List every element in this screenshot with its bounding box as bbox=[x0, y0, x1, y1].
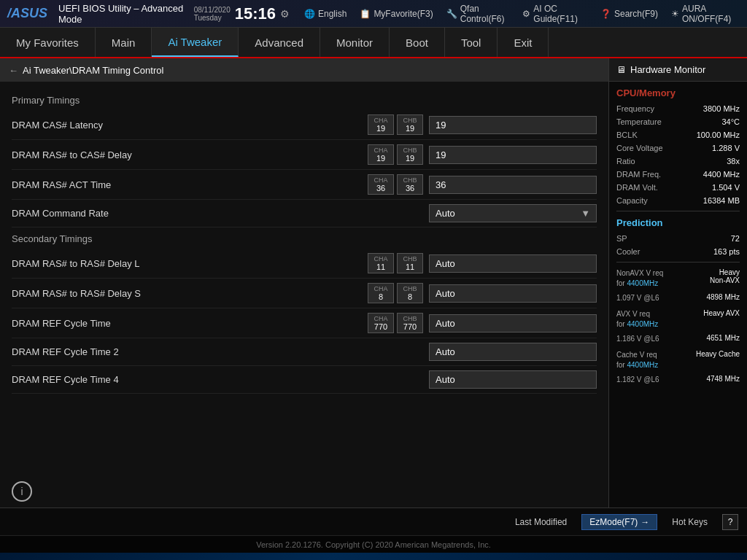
dram-cas-latency-label: DRAM CAS# Latency bbox=[12, 120, 368, 131]
dram-freq-label: DRAM Freq. bbox=[616, 170, 661, 179]
aioc-control[interactable]: ⚙ AI OC Guide(F11) bbox=[522, 4, 587, 24]
dram-ref-cycle-time-4-label: DRAM REF Cycle Time 4 bbox=[12, 374, 368, 385]
table-row: DRAM REF Cycle Time 4 bbox=[12, 366, 597, 394]
nonavx-value: Heavy Non-AVX bbox=[710, 268, 740, 289]
sp-label: SP bbox=[616, 234, 627, 243]
table-row: DRAM RAS# to RAS# Delay S CHA 8 CHB 8 bbox=[12, 279, 597, 308]
dram-ref-cycle-time-4-input[interactable] bbox=[429, 370, 597, 389]
table-row: DRAM REF Cycle Time 2 bbox=[12, 338, 597, 366]
table-row: DRAM RAS# to CAS# Delay CHA 19 CHB 19 bbox=[12, 140, 597, 170]
nav-ai-tweaker[interactable]: Ai Tweaker bbox=[152, 28, 239, 57]
nonavx-sub-row: 1.097 V @L6 4898 MHz bbox=[616, 293, 740, 303]
dram-ref-cycle-time-2-input[interactable] bbox=[429, 343, 597, 361]
qfan-control[interactable]: 🔧 Qfan Control(F6) bbox=[446, 4, 510, 24]
aura-label: AURA ON/OFF(F4) bbox=[682, 4, 740, 24]
primary-timings-label: Primary Timings bbox=[12, 95, 597, 106]
myfavorite-control[interactable]: 📋 MyFavorite(F3) bbox=[360, 9, 433, 19]
myfavorite-label: MyFavorite(F3) bbox=[374, 9, 433, 19]
nav-monitor[interactable]: Monitor bbox=[320, 28, 390, 57]
advanced-label: Advanced bbox=[255, 36, 303, 49]
nonavx-row: NonAVX V req for 4400MHz Heavy Non-AVX bbox=[616, 268, 740, 289]
dram-volt-label: DRAM Volt. bbox=[616, 183, 658, 192]
cache-section: Cache V req for 4400MHz Heavy Cache 1.18… bbox=[616, 350, 740, 385]
asus-logo: /ASUS bbox=[7, 6, 47, 21]
myfavorite-icon: 📋 bbox=[360, 9, 371, 19]
table-row: DRAM Command Rate Auto ▼ bbox=[12, 200, 597, 228]
main-panel: ← Ai Tweaker\DRAM Timing Control Primary… bbox=[0, 58, 608, 508]
hw-stat-row: Capacity 16384 MB bbox=[616, 196, 740, 205]
nav-exit[interactable]: Exit bbox=[498, 28, 549, 57]
back-arrow-icon[interactable]: ← bbox=[9, 65, 18, 76]
aura-control[interactable]: ☀ AURA ON/OFF(F4) bbox=[671, 4, 740, 24]
cache-row: Cache V req for 4400MHz Heavy Cache bbox=[616, 350, 740, 370]
cache-sub-label: 1.182 V @L6 bbox=[616, 375, 659, 385]
nav-advanced[interactable]: Advanced bbox=[239, 28, 320, 57]
dram-cas-latency-input[interactable] bbox=[429, 116, 597, 134]
nav-boot[interactable]: Boot bbox=[390, 28, 445, 57]
channel-badges-ref-cycle: CHA 770 CHB 770 bbox=[368, 313, 423, 333]
avx-label: AVX V req for 4400MHz bbox=[616, 309, 658, 330]
frequency-label: Frequency bbox=[616, 104, 654, 113]
secondary-timings-label: Secondary Timings bbox=[12, 233, 597, 244]
boot-label: Boot bbox=[406, 36, 428, 49]
dram-ras-act-time-input[interactable] bbox=[429, 176, 597, 194]
capacity-label: Capacity bbox=[616, 196, 648, 205]
cha-badge-ras-act: CHA 36 bbox=[368, 174, 394, 195]
time-display: 15:16 bbox=[235, 4, 276, 23]
qfan-icon: 🔧 bbox=[446, 9, 457, 19]
table-row: DRAM RAS# ACT Time CHA 36 CHB 36 bbox=[12, 170, 597, 200]
capacity-value: 16384 MB bbox=[703, 196, 740, 205]
dram-ras-ras-delay-l-input[interactable] bbox=[429, 254, 597, 273]
bclk-label: BCLK bbox=[616, 131, 638, 139]
hw-monitor-title: Hardware Monitor bbox=[630, 64, 705, 75]
nonavx-sub-value: 4898 MHz bbox=[706, 293, 740, 303]
dram-ras-ras-delay-s-label: DRAM RAS# to RAS# Delay S bbox=[12, 288, 368, 299]
content-area: ← Ai Tweaker\DRAM Timing Control Primary… bbox=[0, 58, 747, 508]
main-label: Main bbox=[112, 36, 136, 49]
breadcrumb-text: Ai Tweaker\DRAM Timing Control bbox=[23, 65, 163, 76]
chb-badge-ras-ras-l: CHB 11 bbox=[397, 253, 423, 273]
info-icon[interactable]: i bbox=[12, 481, 32, 502]
nav-my-favorites[interactable]: My Favorites bbox=[0, 28, 96, 57]
search-label: Search(F9) bbox=[614, 9, 658, 19]
search-control[interactable]: ❓ Search(F9) bbox=[600, 9, 658, 19]
cha-badge-ras-ras-l: CHA 11 bbox=[368, 253, 394, 273]
dram-volt-value: 1.504 V bbox=[712, 183, 740, 192]
chb-badge-ras-ras-s: CHB 8 bbox=[397, 283, 423, 303]
hot-keys-button[interactable]: ? bbox=[722, 514, 738, 530]
bios-title: UEFI BIOS Utility – Advanced Mode bbox=[58, 3, 194, 25]
cooler-label: Cooler bbox=[616, 247, 640, 256]
dram-ras-ras-delay-s-input[interactable] bbox=[429, 284, 597, 303]
version-bar: Version 2.20.1276. Copyright (C) 2020 Am… bbox=[0, 535, 747, 553]
dram-command-rate-select[interactable]: Auto ▼ bbox=[429, 204, 597, 222]
nav-tool[interactable]: Tool bbox=[445, 28, 498, 57]
divider bbox=[616, 262, 740, 262]
core-voltage-value: 1.288 V bbox=[712, 144, 740, 152]
table-row: DRAM RAS# to RAS# Delay L CHA 11 CHB 11 bbox=[12, 249, 597, 279]
settings-content: Primary Timings DRAM CAS# Latency CHA 19… bbox=[0, 82, 608, 475]
nav-main[interactable]: Main bbox=[96, 28, 152, 57]
hw-stat-row: Ratio 38x bbox=[616, 157, 740, 166]
nonavx-sub-label: 1.097 V @L6 bbox=[616, 293, 659, 303]
hw-monitor-content: CPU/Memory Frequency 3800 MHz Temperatur… bbox=[609, 82, 747, 508]
hw-stat-row: Frequency 3800 MHz bbox=[616, 104, 740, 113]
monitor-label: Monitor bbox=[336, 36, 373, 49]
dram-ras-cas-delay-input[interactable] bbox=[429, 146, 597, 164]
monitor-icon: 🖥 bbox=[616, 64, 626, 75]
chb-badge-cas: CHB 19 bbox=[397, 114, 423, 135]
asus-logo-text: /ASUS bbox=[7, 6, 47, 21]
dram-command-rate-value: Auto bbox=[436, 208, 455, 219]
avx-row: AVX V req for 4400MHz Heavy AVX bbox=[616, 309, 740, 330]
dram-ref-cycle-time-input[interactable] bbox=[429, 314, 597, 332]
datetime-area: 08/11/2020 Tuesday 15:16 ⚙ bbox=[194, 4, 290, 23]
cha-badge-ref-cycle: CHA 770 bbox=[368, 313, 394, 333]
avx-sub-row: 1.186 V @L6 4651 MHz bbox=[616, 334, 740, 344]
settings-gear-icon[interactable]: ⚙ bbox=[280, 8, 290, 20]
language-control[interactable]: 🌐 English bbox=[304, 9, 347, 19]
hot-keys-label: Hot Keys bbox=[672, 517, 708, 527]
ez-mode-arrow-icon: → bbox=[640, 517, 649, 527]
dram-ras-act-time-label: DRAM RAS# ACT Time bbox=[12, 179, 368, 190]
prediction-cooler-row: Cooler 163 pts bbox=[616, 247, 740, 256]
ez-mode-button[interactable]: EzMode(F7) → bbox=[581, 514, 657, 530]
version-text: Version 2.20.1276. Copyright (C) 2020 Am… bbox=[256, 540, 491, 549]
